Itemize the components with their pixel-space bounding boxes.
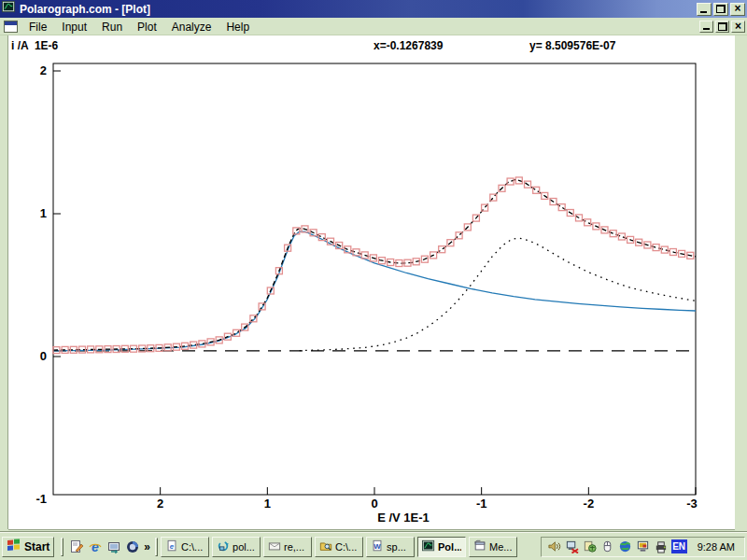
x-tick-label: 0 [371, 497, 377, 511]
task-button-ie-document[interactable]: eC:\... [161, 537, 209, 557]
restore-icon [718, 22, 727, 31]
tray-printer-icon[interactable] [654, 539, 669, 554]
tray-connection-icon[interactable] [583, 539, 598, 554]
task-button-label: Pol... [438, 541, 461, 553]
y-axis-title: i /A 1E-6 [11, 39, 58, 52]
polarograph-icon [2, 0, 16, 14]
mail-icon [268, 539, 281, 553]
search-folder-icon [319, 539, 332, 553]
task-button-label: sp... [387, 541, 406, 553]
globe-icon [618, 539, 632, 553]
cursor-y-readout: y= 8.509576E-07 [529, 39, 615, 52]
show-desktop-icon [106, 539, 121, 554]
explorer-window-icon [473, 539, 486, 553]
svg-text:e: e [170, 541, 175, 550]
task-button-word-document[interactable]: Wsp... [366, 537, 415, 557]
plot-canvas[interactable]: 210-1210-1-2-3E /V 1E-1 [0, 35, 747, 532]
media-player-icon [125, 539, 140, 554]
mdi-restore-button[interactable] [715, 21, 729, 33]
tray-globe-icon[interactable] [618, 539, 633, 554]
swirl-icon [217, 539, 230, 553]
mdi-close-button[interactable]: × [731, 21, 745, 33]
x-tick-label: -2 [584, 497, 595, 511]
menu-bar: FileInputRunPlotAnalyzeHelp × [0, 18, 747, 35]
tray-display-icon[interactable] [636, 539, 651, 554]
search-folder-icon [319, 539, 332, 554]
printer-icon [654, 539, 668, 553]
menu-item-plot[interactable]: Plot [130, 19, 164, 35]
quick-launch-internet-explorer-icon[interactable]: e [87, 539, 103, 554]
task-button-swirl[interactable]: pol... [212, 537, 261, 557]
toolbar-handle[interactable] [61, 538, 63, 556]
menu-item-file[interactable]: File [21, 19, 54, 35]
close-icon: × [734, 3, 740, 14]
ie-document-icon: e [165, 539, 178, 554]
windows-logo-icon [7, 538, 21, 555]
minimize-button[interactable] [697, 3, 712, 16]
app-icon [2, 0, 16, 18]
x-axis-title: E /V 1E-1 [377, 511, 430, 525]
minimize-icon [700, 11, 707, 13]
menu-item-input[interactable]: Input [54, 19, 94, 35]
tray-mouse-icon[interactable] [600, 539, 615, 554]
mail-icon [268, 539, 281, 554]
start-button[interactable]: Start [2, 537, 54, 557]
quick-launch-overflow-chevron[interactable]: » [142, 540, 152, 553]
task-button-explorer-window[interactable]: Me... [469, 537, 517, 557]
task-button-label: Me... [489, 541, 512, 553]
minimize-icon [703, 28, 710, 30]
clock[interactable]: 9:28 AM [690, 541, 739, 553]
window-title: Polarograph.com - [Plot] [20, 3, 695, 16]
internet-explorer-icon: e [88, 539, 103, 554]
new-document-icon [69, 539, 84, 554]
polarograph-icon [422, 539, 435, 553]
task-button-label: C:\... [335, 541, 357, 553]
title-bar: Polarograph.com - [Plot] × [0, 0, 747, 18]
volume-icon [547, 539, 561, 553]
task-button-label: C:\... [181, 541, 203, 553]
quick-launch-media-player-icon[interactable] [124, 539, 140, 554]
x-tick-label: -3 [686, 497, 698, 511]
word-document-icon: W [371, 539, 384, 553]
start-label: Start [24, 540, 49, 553]
display-icon [636, 539, 650, 553]
mdi-child-icon[interactable] [4, 21, 18, 33]
task-button-polarograph[interactable]: Pol... [417, 537, 466, 557]
restore-icon [716, 5, 726, 13]
quick-launch-show-desktop-icon[interactable] [106, 539, 121, 554]
x-tick-label: -1 [476, 497, 487, 511]
word-document-icon: W [371, 539, 384, 554]
ie-document-icon: e [165, 539, 178, 553]
quick-launch-bar: e [66, 539, 142, 554]
tray-offline-network-icon[interactable] [565, 539, 580, 554]
menu-item-run[interactable]: Run [94, 19, 130, 35]
mdi-minimize-button[interactable] [699, 21, 713, 33]
quick-launch-new-document-icon[interactable] [68, 539, 84, 554]
polarograph-icon [422, 539, 435, 554]
language-indicator[interactable]: EN [671, 539, 687, 553]
connection-icon [583, 539, 597, 553]
close-button[interactable]: × [730, 3, 745, 16]
x-tick-label: 2 [157, 497, 163, 511]
menu-item-help[interactable]: Help [218, 19, 257, 35]
tray-volume-icon[interactable] [547, 539, 562, 554]
x-tick-label: 1 [264, 497, 271, 511]
y-tick-label: -1 [35, 492, 47, 506]
restore-button[interactable] [713, 3, 728, 16]
task-button-search-folder[interactable]: C:\... [315, 537, 363, 557]
close-icon: × [735, 21, 741, 32]
task-button-label: re,... [284, 541, 304, 553]
y-tick-label: 2 [40, 63, 47, 77]
windows-logo-icon [7, 538, 21, 553]
cursor-x-readout: x=-0.1267839 [374, 39, 443, 52]
task-button-strip: eC:\...pol...re,...C:\...Wsp...Pol...Me.… [161, 537, 520, 557]
task-button-label: pol... [233, 541, 255, 553]
explorer-window-icon [473, 539, 486, 554]
menu-item-analyze[interactable]: Analyze [164, 19, 219, 35]
svg-text:e: e [92, 539, 99, 554]
system-tray: EN 9:28 AM [541, 537, 745, 557]
toolbar-handle[interactable] [155, 538, 158, 556]
task-button-mail[interactable]: re,... [263, 537, 312, 557]
svg-text:W: W [374, 541, 381, 550]
swirl-icon [217, 539, 230, 554]
